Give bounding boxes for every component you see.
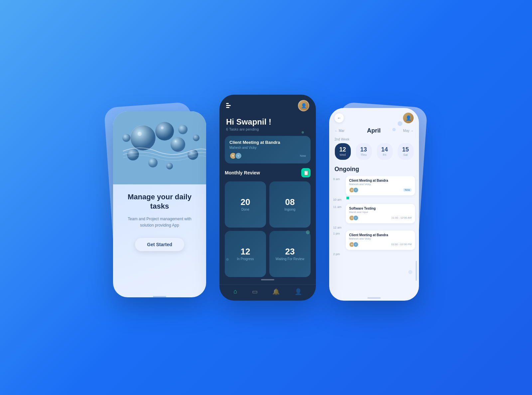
svg-point-14 — [175, 140, 177, 142]
stat-review-label: Waiting For Review — [276, 257, 304, 261]
current-month: April — [367, 127, 381, 134]
day-num-14: 14 — [381, 147, 388, 152]
meeting-card-subtitle: Mahesh and Vicky — [229, 146, 306, 149]
screen2-phone: 👤 Hi Swapnil ! 6 Tasks are pending Clien… — [219, 95, 316, 301]
stat-ingoing-number: 08 — [285, 198, 295, 206]
day-num-13: 13 — [360, 147, 367, 152]
next-month[interactable]: May → — [403, 129, 414, 133]
event-avatars-2: H V — [349, 215, 357, 221]
now-badge: Now — [300, 154, 306, 157]
screen2-header: 👤 — [219, 95, 316, 115]
review-icon-button[interactable]: 📋 — [301, 168, 311, 177]
screen1-wrapper: Manage your daily tasks Team and Project… — [113, 98, 206, 297]
timeline-row-12am: 12 am — [333, 225, 415, 229]
avatar-2: V — [235, 152, 242, 159]
back-button[interactable]: ← — [334, 113, 344, 123]
stat-progress-label: In Progress — [237, 257, 254, 261]
prev-month[interactable]: ← Mar — [334, 129, 344, 133]
screen2-home-indicator — [261, 279, 274, 280]
screen1-title: Manage your daily tasks — [122, 192, 197, 211]
event-title-3: Client Meeting at Bandra — [349, 233, 412, 237]
s3-deco-1 — [398, 121, 402, 126]
calendar-days-row: 12 Wed 13 Thru 14 Fri 15 Sat — [329, 143, 419, 164]
svg-point-6 — [178, 125, 188, 134]
screens-container: Manage your daily tasks Team and Project… — [113, 95, 419, 301]
event-client-meeting-1[interactable]: Client Meeting at Bandra Mahesh and Vick… — [346, 176, 415, 195]
svg-point-12 — [138, 132, 142, 136]
event-footer-1: M V Now — [349, 187, 412, 193]
event-time-3: 01:00 - 02:00 PM — [391, 243, 412, 246]
meeting-avatars: M V — [229, 152, 240, 159]
stat-card-review[interactable]: 23 Waiting For Review — [269, 231, 311, 277]
stat-review-number: 23 — [285, 247, 295, 256]
meeting-card-title: Client Meeting at Bandra — [229, 140, 306, 145]
timeline-row-1pm: 1 pm Client Meeting at Bandra Mahesh and… — [333, 231, 415, 250]
screen1-illustration — [113, 111, 206, 184]
screen3-wrapper: ← 👤 ← Mar April May → 2nd Week 12 Wed — [329, 95, 419, 301]
svg-point-3 — [155, 122, 174, 141]
event-sub-2: Harsh and Vipul — [349, 211, 412, 214]
timeline-row-9am: 9 am Client Meeting at Bandra Mahesh and… — [333, 176, 415, 195]
event-avatars-1: M V — [349, 187, 357, 193]
stat-done-label: Done — [241, 208, 249, 211]
day-name-thru: Thru — [360, 153, 367, 156]
meeting-card[interactable]: Client Meeting at Bandra Mahesh and Vick… — [225, 136, 311, 163]
event-title-1: Client Meeting at Bandra — [349, 179, 412, 182]
svg-point-13 — [161, 127, 164, 129]
svg-point-11 — [193, 135, 200, 141]
svg-point-5 — [127, 148, 139, 160]
screen2-greeting: Hi Swapnil ! 6 Tasks are pending — [219, 115, 316, 133]
screen1-subtitle: Team and Project management with solutio… — [122, 216, 197, 229]
tasks-pending: 6 Tasks are pending — [226, 127, 309, 131]
nav-home[interactable]: ⌂ — [233, 288, 237, 295]
calendar-navigation: ← Mar April May → — [329, 126, 419, 138]
time-10am: 10 am — [333, 197, 344, 201]
deco-dot-2 — [302, 131, 304, 134]
event-avatars-3: M V — [349, 242, 357, 247]
day-name-wed: Wed — [339, 153, 345, 156]
bottom-navbar: ⌂ ▭ 🔔 👤 — [219, 284, 316, 301]
nav-user[interactable]: 👤 — [295, 288, 302, 295]
menu-icon[interactable] — [226, 103, 231, 108]
screen3-avatar: 👤 — [403, 113, 414, 123]
deco-dot-3 — [226, 258, 229, 261]
timeline-row-11am: 11 am Software Testing Harsh and Vipul H… — [333, 204, 415, 223]
screen3-header: ← 👤 — [329, 108, 419, 126]
event-software-testing[interactable]: Software Testing Harsh and Vipul H V 11:… — [346, 204, 415, 223]
cal-day-13[interactable]: 13 Thru — [356, 143, 372, 160]
week-label: 2nd Week — [329, 138, 419, 143]
screen3-home-indicator — [367, 297, 381, 299]
cal-day-12[interactable]: 12 Wed — [335, 143, 351, 160]
cal-day-15[interactable]: 15 Sat — [398, 143, 414, 160]
stat-card-ingoing[interactable]: 08 Ingoing — [269, 181, 311, 228]
ongoing-title: Ongoing — [329, 164, 419, 176]
stat-card-progress[interactable]: 12 In Progress — [225, 231, 266, 277]
day-name-fri: Fri — [383, 153, 386, 156]
event-avatar-vp: V — [353, 215, 358, 221]
svg-point-8 — [148, 158, 158, 167]
event-client-meeting-2[interactable]: Client Meeting at Bandra Mahesh and Vick… — [346, 231, 415, 250]
screen1-phone: Manage your daily tasks Team and Project… — [113, 111, 206, 297]
svg-point-9 — [166, 163, 173, 169]
nav-tablet[interactable]: ▭ — [252, 288, 258, 295]
get-started-button[interactable]: Get Started — [135, 238, 184, 251]
screen2-wrapper: 👤 Hi Swapnil ! 6 Tasks are pending Clien… — [219, 95, 316, 301]
greeting-name: Hi Swapnil ! — [226, 117, 309, 127]
time-1pm: 1 pm — [333, 231, 344, 235]
stat-progress-number: 12 — [241, 247, 250, 256]
cal-day-14[interactable]: 14 Fri — [377, 143, 393, 160]
timeline-row-10am: 10 am — [333, 197, 415, 203]
illustration-svg — [113, 111, 206, 184]
s3-deco-2 — [392, 128, 396, 131]
stat-card-done[interactable]: 20 Done — [225, 181, 266, 228]
screen1-content: Manage your daily tasks Team and Project… — [113, 184, 206, 291]
active-dot — [346, 197, 349, 199]
screen1-home-indicator — [153, 296, 166, 297]
user-avatar[interactable]: 👤 — [298, 100, 309, 111]
event-footer-3: M V 01:00 - 02:00 PM — [349, 242, 412, 247]
time-9am: 9 am — [333, 176, 344, 181]
nav-bell[interactable]: 🔔 — [272, 288, 280, 295]
svg-point-4 — [171, 137, 185, 152]
stats-grid: 20 Done 08 Ingoing 12 In Progress 23 Wai… — [219, 179, 316, 279]
review-title: Monthly Review — [225, 170, 260, 175]
